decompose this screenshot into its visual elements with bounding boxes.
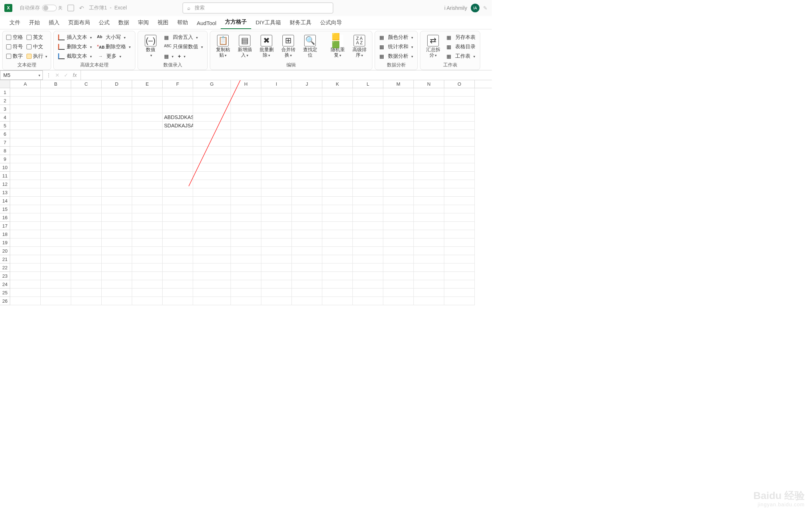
cell-G10[interactable] <box>193 163 231 172</box>
cell-D1[interactable] <box>102 88 132 97</box>
cell-H22[interactable] <box>231 263 261 272</box>
tab-13[interactable]: 公式向导 <box>316 17 346 29</box>
cell-K11[interactable] <box>322 172 353 180</box>
cell-D8[interactable] <box>102 147 132 155</box>
cell-B12[interactable] <box>41 180 71 188</box>
cell-E23[interactable] <box>132 272 163 280</box>
cell-L8[interactable] <box>353 147 383 155</box>
cell-M12[interactable] <box>383 180 414 188</box>
tab-10[interactable]: 方方格子 <box>221 16 251 29</box>
cell-J1[interactable] <box>292 88 322 97</box>
cell-H12[interactable] <box>231 180 261 188</box>
cell-N21[interactable] <box>414 255 444 263</box>
cell-E24[interactable] <box>132 280 163 289</box>
formula-input[interactable] <box>81 70 492 80</box>
cell-D18[interactable] <box>102 230 132 238</box>
cell-I9[interactable] <box>261 155 292 163</box>
cell-M13[interactable] <box>383 188 414 197</box>
cell-J26[interactable] <box>292 297 322 305</box>
cell-K5[interactable] <box>322 122 353 130</box>
btn-delete-text[interactable]: 删除文本▾ <box>57 43 93 51</box>
cell-J25[interactable] <box>292 289 322 297</box>
cell-H7[interactable] <box>231 138 261 147</box>
cell-A2[interactable] <box>10 97 41 105</box>
cancel-icon[interactable]: ✕ <box>54 72 61 78</box>
chk-number[interactable]: 数字 <box>5 52 24 60</box>
cell-A16[interactable] <box>10 213 41 222</box>
cell-J10[interactable] <box>292 163 322 172</box>
cell-M26[interactable] <box>383 297 414 305</box>
cell-H11[interactable] <box>231 172 261 180</box>
cell-M4[interactable] <box>383 113 414 122</box>
cell-F11[interactable] <box>163 172 193 180</box>
cell-I6[interactable] <box>261 130 292 138</box>
cell-N9[interactable] <box>414 155 444 163</box>
cell-O26[interactable] <box>444 297 475 305</box>
cell-E21[interactable] <box>132 255 163 263</box>
btn-color-analysis[interactable]: ▦颜色分析▾ <box>378 33 415 41</box>
cell-K14[interactable] <box>322 197 353 205</box>
cell-E11[interactable] <box>132 172 163 180</box>
cell-B20[interactable] <box>41 247 71 255</box>
cell-C26[interactable] <box>71 297 102 305</box>
cell-M3[interactable] <box>383 105 414 113</box>
cell-B22[interactable] <box>41 263 71 272</box>
cell-B11[interactable] <box>41 172 71 180</box>
cell-N16[interactable] <box>414 213 444 222</box>
cell-M8[interactable] <box>383 147 414 155</box>
cell-A1[interactable] <box>10 88 41 97</box>
cell-J8[interactable] <box>292 147 322 155</box>
cell-G9[interactable] <box>193 155 231 163</box>
cell-F5[interactable]: SDADKAJSADD <box>163 122 193 130</box>
cell-L18[interactable] <box>353 230 383 238</box>
cell-M2[interactable] <box>383 97 414 105</box>
col-header-L[interactable]: L <box>353 80 383 88</box>
tab-1[interactable]: 开始 <box>25 17 44 29</box>
cell-N20[interactable] <box>414 247 444 255</box>
btn-insert-text[interactable]: 插入文本▾ <box>57 33 93 41</box>
cell-D14[interactable] <box>102 197 132 205</box>
tab-7[interactable]: 视图 <box>153 17 173 29</box>
cell-A20[interactable] <box>10 247 41 255</box>
cell-D22[interactable] <box>102 263 132 272</box>
cell-L19[interactable] <box>353 238 383 247</box>
row-header-6[interactable]: 6 <box>0 130 10 138</box>
cell-J15[interactable] <box>292 205 322 213</box>
cells-area[interactable]: ABDSJDKASJKSDADKAJSADD <box>10 88 475 305</box>
cell-E3[interactable] <box>132 105 163 113</box>
cell-I5[interactable] <box>261 122 292 130</box>
cell-I4[interactable] <box>261 113 292 122</box>
cell-B10[interactable] <box>41 163 71 172</box>
cell-L15[interactable] <box>353 205 383 213</box>
cell-C9[interactable] <box>71 155 102 163</box>
cell-M18[interactable] <box>383 230 414 238</box>
cell-K6[interactable] <box>322 130 353 138</box>
cell-E16[interactable] <box>132 213 163 222</box>
cell-H14[interactable] <box>231 197 261 205</box>
cell-O21[interactable] <box>444 255 475 263</box>
tab-12[interactable]: 财务工具 <box>285 17 316 29</box>
cell-J3[interactable] <box>292 105 322 113</box>
row-header-5[interactable]: 5 <box>0 122 10 130</box>
cell-N7[interactable] <box>414 138 444 147</box>
cell-I12[interactable] <box>261 180 292 188</box>
cell-K23[interactable] <box>322 272 353 280</box>
cell-H15[interactable] <box>231 205 261 213</box>
row-header-8[interactable]: 8 <box>0 147 10 155</box>
cell-M7[interactable] <box>383 138 414 147</box>
cell-D2[interactable] <box>102 97 132 105</box>
cell-I13[interactable] <box>261 188 292 197</box>
cell-A10[interactable] <box>10 163 41 172</box>
row-header-1[interactable]: 1 <box>0 88 10 97</box>
cell-K16[interactable] <box>322 213 353 222</box>
row-header-2[interactable]: 2 <box>0 97 10 105</box>
cell-I15[interactable] <box>261 205 292 213</box>
cell-E5[interactable] <box>132 122 163 130</box>
cell-H9[interactable] <box>231 155 261 163</box>
undo-icon[interactable]: ↶ <box>79 5 84 12</box>
cell-F6[interactable] <box>163 130 193 138</box>
cell-E14[interactable] <box>132 197 163 205</box>
cell-J22[interactable] <box>292 263 322 272</box>
cell-L16[interactable] <box>353 213 383 222</box>
cell-N1[interactable] <box>414 88 444 97</box>
